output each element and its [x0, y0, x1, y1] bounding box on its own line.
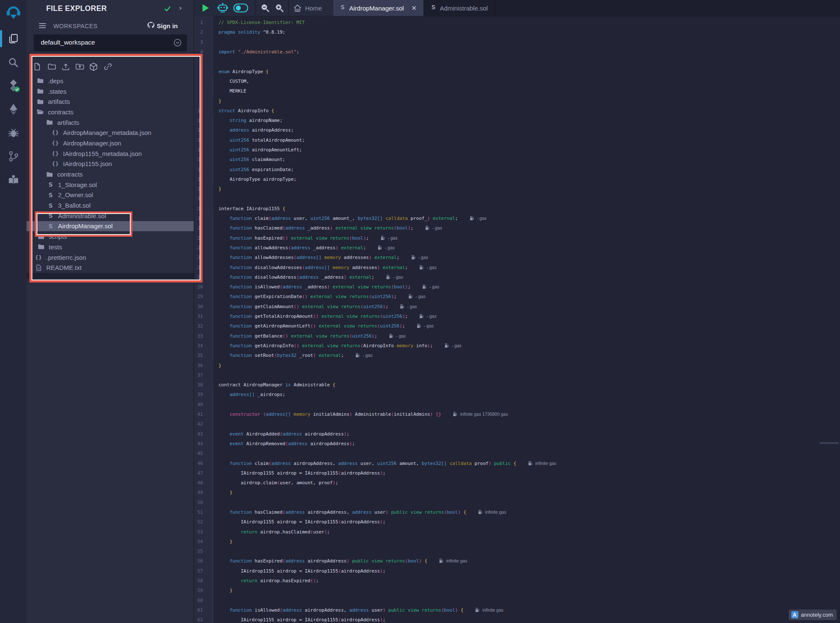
sol-icon: S — [47, 181, 54, 188]
tree-item-IAirdrop1155.json[interactable]: {}IAirdrop1155.json — [26, 159, 194, 169]
tree-row-cut[interactable] — [26, 273, 194, 279]
tree-item-.states[interactable]: .states — [26, 86, 194, 97]
ipfs-cube-icon[interactable] — [89, 62, 97, 71]
code-area[interactable]: 1// SPDX-License-Identifier: MIT2pragma … — [194, 16, 840, 623]
zoom-in-icon[interactable] — [274, 0, 284, 16]
fuel-pump-icon — [400, 304, 404, 309]
line-number: 40 — [194, 402, 203, 407]
code-line-22: 22 function hasClaimed(address _address)… — [194, 223, 840, 233]
tree-item-2_Owner.sol[interactable]: S2_Owner.sol — [26, 190, 194, 201]
run-script-button[interactable] — [201, 0, 210, 16]
tree-item-artifacts[interactable]: artifacts — [26, 96, 194, 107]
fuel-pump-icon — [470, 216, 474, 220]
code-line-7: 7 CUSTOM, — [194, 77, 840, 86]
tree-item-3_Ballot.sol[interactable]: S3_Ballot.sol — [26, 200, 194, 211]
workspaces-label: WORKSPACES — [53, 23, 97, 29]
solidity-compiler-icon[interactable] — [0, 77, 26, 95]
tree-item-label: README.txt — [46, 264, 82, 271]
json-icon: {} — [52, 161, 59, 167]
annotely-logo: A — [791, 611, 798, 618]
github-icon — [147, 21, 155, 31]
file-tree-toolbar — [34, 62, 111, 71]
tree-item-artifacts[interactable]: artifacts — [26, 117, 194, 128]
tree-item-1_Storage.sol[interactable]: S1_Storage.sol — [26, 180, 194, 190]
tree-item-AirdropManager.json[interactable]: {}AirdropManager.json — [26, 138, 194, 148]
fuel-pump-icon — [528, 461, 532, 465]
code-line-37: 37 — [194, 370, 840, 380]
code-line-47: 47 IAirdrop1155 airdrop = IAirdrop1155(a… — [194, 468, 840, 478]
workspace-select[interactable]: default_workspace — [34, 34, 187, 51]
line-number: 14 — [194, 147, 203, 153]
code-line-32: 32 function getAirdropAmountLeft() exter… — [194, 321, 840, 331]
toggle-icon[interactable] — [233, 0, 248, 16]
line-number: 23 — [194, 235, 203, 241]
debugger-icon[interactable] — [0, 124, 26, 142]
fuel-pump-icon — [381, 235, 385, 240]
home-tab[interactable]: Home — [293, 0, 322, 16]
sign-in-button[interactable]: Sign in — [157, 22, 178, 29]
code-lines: 1// SPDX-License-Identifier: MIT2pragma … — [194, 18, 840, 623]
tree-item-.deps[interactable]: .deps — [26, 76, 194, 86]
code-line-56: 56 function hasExpired(address airdropAd… — [194, 556, 840, 566]
file-explorer-icon[interactable] — [0, 29, 26, 48]
fuel-pump-icon — [475, 607, 479, 612]
workspaces-row: WORKSPACES Sign in — [26, 20, 194, 32]
hamburger-icon[interactable] — [39, 23, 46, 29]
fuel-pump-icon — [378, 245, 382, 250]
minimap-scrollbar[interactable] — [819, 442, 839, 444]
link-icon[interactable] — [103, 62, 111, 71]
line-number: 42 — [194, 421, 203, 427]
tree-item-scripts[interactable]: scripts — [26, 231, 194, 242]
search-icon[interactable] — [0, 53, 26, 71]
line-number: 15 — [194, 157, 203, 162]
line-number: 55 — [194, 549, 203, 554]
tree-item-AirdropManager.sol[interactable]: SAirdropManager.sol — [26, 221, 194, 232]
tree-item-tests[interactable]: tests — [26, 242, 194, 252]
gas-estimate: infinite gas — [439, 558, 467, 563]
svg-text:S: S — [431, 4, 435, 11]
remix-logo[interactable] — [4, 3, 23, 23]
code-line-2: 2pragma solidity ^0.8.19; — [194, 27, 840, 37]
code-line-46: 46 function claim(address airdropAddress… — [194, 458, 840, 468]
folder-icon — [37, 78, 44, 84]
tree-item-label: AirdropManager.sol — [58, 222, 113, 230]
tab-Administrable.sol[interactable]: SAdministrable.sol — [424, 0, 495, 16]
upload-file-icon[interactable] — [61, 62, 70, 71]
tree-item-contracts[interactable]: contracts — [26, 169, 194, 180]
upload-folder-icon[interactable] — [75, 62, 84, 71]
folder-open-icon — [37, 109, 44, 115]
git-icon[interactable] — [0, 147, 26, 166]
line-number: 2 — [194, 29, 203, 35]
close-icon[interactable]: × — [411, 4, 417, 12]
tree-item-contracts[interactable]: contracts — [26, 107, 194, 117]
gas-estimate: - gas — [417, 323, 434, 328]
tree-item-README.txt[interactable]: README.txt — [26, 262, 194, 273]
fuel-pump-icon — [422, 284, 427, 289]
deploy-run-icon[interactable] — [0, 100, 26, 119]
robot-assistant-button[interactable] — [217, 0, 229, 16]
caret-circle-icon[interactable] — [174, 39, 182, 48]
home-label: Home — [305, 5, 322, 12]
tab-label: Administrable.sol — [440, 5, 488, 12]
chevron-right-icon[interactable]: › — [179, 4, 182, 12]
fuel-pump-icon — [417, 323, 421, 328]
tab-AirdropManager.sol[interactable]: SAirdropManager.sol× — [333, 0, 424, 16]
new-file-icon[interactable] — [34, 62, 42, 71]
line-number: 5 — [194, 59, 203, 64]
tree-item-IAirdrop1155_metadata.json[interactable]: {}IAirdrop1155_metadata.json — [26, 148, 194, 159]
json-icon: {} — [52, 150, 59, 157]
zoom-out-icon[interactable] — [260, 0, 270, 16]
code-line-15: 15 uint256 claimAmount; — [194, 155, 840, 164]
code-line-25: 25 function allowAddresses(address[] mem… — [194, 253, 840, 262]
tree-item-Administrable.sol[interactable]: SAdministrable.sol — [26, 211, 194, 221]
file-icon — [35, 264, 42, 271]
learn-icon[interactable] — [0, 171, 26, 189]
tree-item-.prettierrc.json[interactable]: {}.prettierrc.json — [26, 252, 194, 263]
line-number: 18 — [194, 186, 203, 192]
new-folder-icon[interactable] — [47, 62, 56, 71]
fuel-pump-icon — [425, 225, 429, 230]
line-number: 44 — [194, 441, 203, 446]
code-line-12: 12 address airdropAddress; — [194, 125, 840, 135]
tree-item-AirdropManager_metadata.json[interactable]: {}AirdropManager_metadata.json — [26, 127, 194, 138]
code-line-57: 57 IAirdrop1155 airdrop = IAirdrop1155(a… — [194, 566, 840, 576]
